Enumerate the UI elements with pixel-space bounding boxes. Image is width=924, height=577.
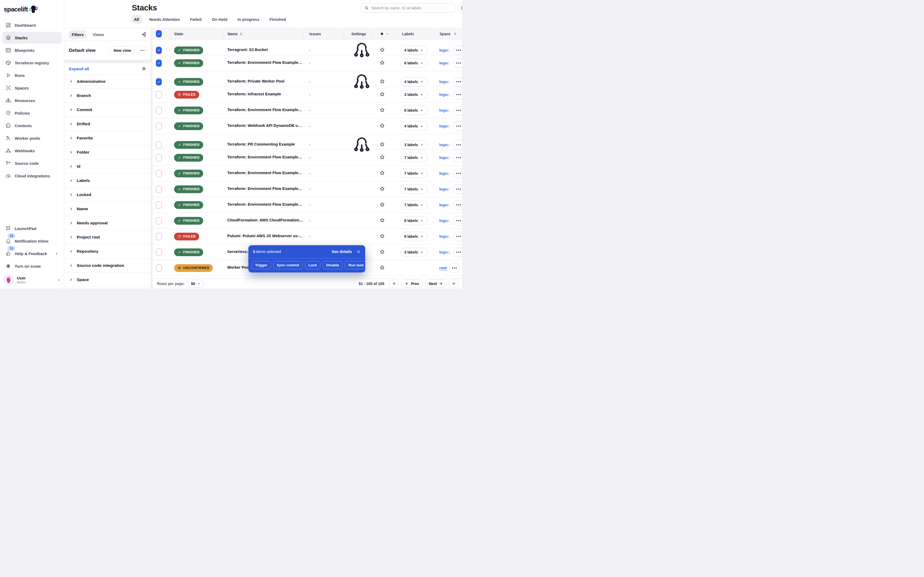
row-checkbox[interactable] (156, 201, 162, 209)
filter-category-favorite[interactable]: Favorite (64, 131, 151, 145)
labels-dropdown[interactable]: 3 labels (401, 140, 428, 149)
tab-finished[interactable]: Finished (267, 15, 289, 24)
space-link[interactable]: legacy (439, 92, 451, 97)
row-menu-button[interactable] (454, 200, 462, 210)
last-page-button[interactable] (449, 279, 459, 288)
favorite-star-button[interactable] (380, 123, 385, 129)
favorite-star-button[interactable] (380, 170, 385, 176)
sidebar-item-source-code[interactable]: Source code (2, 157, 62, 169)
stack-name-link[interactable]: CloudFormation: AWS CloudFormation Exa..… (227, 218, 303, 222)
space-link[interactable]: legacy (439, 171, 451, 176)
sidebar-item-contexts[interactable]: Contexts (2, 120, 62, 131)
tab-on-hold[interactable]: On Hold (209, 15, 230, 24)
collapse-panel-icon[interactable] (141, 32, 147, 37)
favorite-star-button[interactable] (380, 47, 385, 53)
tab-needs-attention[interactable]: Needs Attention (146, 15, 183, 24)
sidebar-item-notification-inbox[interactable]: 16Notification Inbox (2, 235, 62, 247)
stack-name-link[interactable]: Terraform: Environment Flow Example: Dev… (227, 108, 303, 112)
row-checkbox[interactable] (156, 249, 162, 256)
document-button[interactable] (458, 3, 462, 13)
filters-gear-icon[interactable] (141, 66, 147, 71)
stack-name-link[interactable]: Terragrunt: S3 Bucket (227, 48, 268, 52)
row-checkbox[interactable] (156, 141, 162, 148)
stack-name-link[interactable]: Terraform: Environment Flow Example: Pro… (227, 202, 303, 206)
favorite-star-button[interactable] (380, 107, 385, 113)
close-icon[interactable] (356, 250, 361, 254)
tab-in-progress[interactable]: In progress (234, 15, 262, 24)
row-menu-button[interactable] (454, 90, 462, 99)
space-link[interactable]: legacy (439, 219, 451, 223)
row-menu-button[interactable] (454, 77, 462, 87)
tab-failed[interactable]: Failed (187, 15, 205, 24)
stack-name-link[interactable]: Pulumi: Pulumi AWS JS Webserver us-east-… (227, 234, 303, 238)
space-link[interactable]: legacy (439, 143, 451, 147)
sidebar-item-worker-pools[interactable]: Worker pools (2, 132, 62, 144)
column-header-labels[interactable]: Labels (398, 31, 434, 37)
space-link[interactable]: legacy (439, 48, 451, 52)
stack-name-link[interactable]: Terraform: Private Worker Pool (227, 79, 284, 83)
stack-name-link[interactable]: Terraform: Webhook API DynamoDB us-eas..… (227, 123, 303, 128)
favorite-star-button[interactable] (380, 186, 385, 192)
filter-category-drifted[interactable]: Drifted (64, 117, 151, 131)
stack-name-link[interactable]: Worker Pool (227, 265, 250, 269)
favorite-star-button[interactable] (380, 233, 385, 239)
filter-category-branch[interactable]: Branch (64, 89, 151, 103)
row-menu-button[interactable] (454, 106, 462, 115)
space-link[interactable]: legacy (439, 61, 451, 65)
row-menu-button[interactable] (454, 232, 462, 241)
row-checkbox[interactable] (156, 154, 162, 161)
space-link[interactable]: legacy (439, 80, 451, 84)
labels-dropdown[interactable]: 6 labels (401, 58, 428, 68)
column-header-space[interactable]: Space (434, 31, 462, 37)
filter-category-needs-approval[interactable]: Needs approval (64, 216, 151, 230)
sidebar-item-resources[interactable]: Resources (2, 95, 62, 106)
sidebar-item-stacks[interactable]: Stacks (2, 32, 62, 44)
labels-dropdown[interactable]: 3 labels (401, 248, 428, 257)
row-menu-button[interactable] (454, 140, 462, 150)
space-link[interactable]: legacy (439, 155, 451, 160)
lock-button[interactable]: Lock (305, 261, 321, 269)
labels-dropdown[interactable]: 3 labels (401, 90, 428, 99)
sidebar-item-turn-on-snow[interactable]: ❄Turn on snow (2, 260, 62, 272)
row-checkbox[interactable] (156, 91, 162, 98)
filter-category-project-root[interactable]: Project root (64, 230, 151, 244)
stack-name-link[interactable]: Terraform: Environment Flow Example: Pro… (227, 187, 303, 191)
labels-dropdown[interactable]: 4 labels (401, 46, 428, 55)
sidebar-item-terraform-registry[interactable]: Terraform registry (2, 57, 62, 69)
stack-name-link[interactable]: Terraform: PR Commenting Example (227, 142, 295, 147)
stack-name-link[interactable]: Terraform: Environment Flow Example: Sta… (227, 155, 303, 159)
search-input[interactable] (372, 6, 452, 10)
row-checkbox[interactable] (156, 47, 162, 54)
row-checkbox[interactable] (156, 122, 162, 130)
column-header-favorite[interactable] (372, 31, 398, 37)
first-page-button[interactable] (389, 279, 399, 288)
sidebar-item-dashboard[interactable]: Dashboard (2, 19, 62, 31)
row-menu-button[interactable] (454, 153, 462, 163)
space-link[interactable]: legacy (439, 234, 451, 239)
stack-name-link[interactable]: Terraform: Environment Flow Example: Sta… (227, 171, 303, 175)
filter-category-space[interactable]: Space (64, 273, 151, 287)
select-all-checkbox[interactable] (156, 30, 162, 37)
labels-dropdown[interactable]: 7 labels (401, 200, 428, 210)
row-checkbox[interactable] (156, 78, 162, 85)
labels-dropdown[interactable]: 6 labels (401, 232, 428, 241)
tab-views[interactable]: Views (90, 31, 107, 39)
tab-all[interactable]: All (131, 15, 142, 24)
favorite-star-button[interactable] (380, 201, 385, 207)
trigger-button[interactable]: Trigger (252, 261, 271, 269)
column-header-state[interactable]: State (166, 31, 223, 37)
filter-category-id[interactable]: Id (64, 160, 151, 174)
row-menu-button[interactable] (454, 216, 462, 226)
sidebar-item-blueprints[interactable]: Blueprints (2, 44, 62, 56)
filter-category-folder[interactable]: Folder (64, 145, 151, 160)
favorite-star-button[interactable] (380, 79, 385, 84)
row-menu-button[interactable] (454, 58, 462, 68)
sidebar-item-policies[interactable]: Policies (2, 107, 62, 119)
space-link[interactable]: root (439, 266, 447, 270)
favorite-star-button[interactable] (380, 91, 385, 97)
sidebar-item-webhooks[interactable]: Webhooks (2, 145, 62, 156)
space-link[interactable]: legacy (439, 203, 451, 207)
labels-dropdown[interactable]: 4 labels (401, 121, 428, 131)
filter-category-administrative[interactable]: Administrative (64, 74, 151, 89)
labels-dropdown[interactable]: 7 labels (401, 185, 428, 193)
